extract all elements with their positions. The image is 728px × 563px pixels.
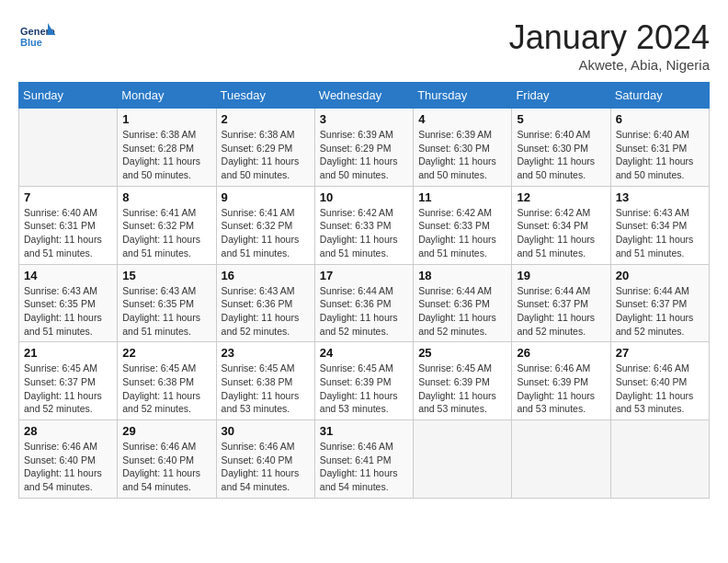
day-number: 6 (616, 112, 704, 126)
day-number: 20 (616, 269, 704, 282)
calendar-cell: 21Sunrise: 6:45 AM Sunset: 6:37 PM Dayli… (19, 342, 118, 420)
calendar-cell: 24Sunrise: 6:45 AM Sunset: 6:39 PM Dayli… (314, 342, 413, 420)
day-info: Sunrise: 6:43 AM Sunset: 6:36 PM Dayligh… (222, 284, 310, 339)
day-info: Sunrise: 6:46 AM Sunset: 6:40 PM Dayligh… (122, 440, 210, 494)
day-info: Sunrise: 6:39 AM Sunset: 6:30 PM Dayligh… (418, 128, 506, 182)
day-info: Sunrise: 6:42 AM Sunset: 6:33 PM Dayligh… (320, 206, 408, 260)
calendar-cell: 8Sunrise: 6:41 AM Sunset: 6:32 PM Daylig… (118, 186, 216, 264)
logo: General Blue (18, 18, 59, 55)
calendar-cell: 3Sunrise: 6:39 AM Sunset: 6:29 PM Daylig… (314, 109, 413, 187)
day-number: 2 (222, 112, 310, 126)
calendar-cell: 1Sunrise: 6:38 AM Sunset: 6:28 PM Daylig… (118, 109, 216, 187)
calendar-cell: 27Sunrise: 6:46 AM Sunset: 6:40 PM Dayli… (610, 342, 709, 420)
calendar-cell: 19Sunrise: 6:44 AM Sunset: 6:37 PM Dayli… (512, 264, 610, 342)
calendar-cell: 5Sunrise: 6:40 AM Sunset: 6:30 PM Daylig… (512, 109, 610, 187)
day-info: Sunrise: 6:46 AM Sunset: 6:40 PM Dayligh… (616, 362, 704, 416)
col-header-monday: Monday (118, 83, 216, 109)
calendar-cell: 29Sunrise: 6:46 AM Sunset: 6:40 PM Dayli… (118, 420, 216, 499)
day-number: 26 (517, 346, 605, 360)
day-info: Sunrise: 6:45 AM Sunset: 6:37 PM Dayligh… (24, 362, 112, 416)
col-header-saturday: Saturday (610, 83, 709, 109)
day-number: 31 (320, 424, 408, 438)
day-number: 23 (222, 346, 310, 360)
day-info: Sunrise: 6:45 AM Sunset: 6:39 PM Dayligh… (320, 362, 408, 416)
calendar-cell: 9Sunrise: 6:41 AM Sunset: 6:32 PM Daylig… (216, 186, 314, 264)
day-info: Sunrise: 6:38 AM Sunset: 6:29 PM Dayligh… (222, 128, 310, 182)
day-number: 29 (122, 424, 210, 438)
calendar-cell: 30Sunrise: 6:46 AM Sunset: 6:40 PM Dayli… (216, 420, 314, 499)
day-number: 3 (320, 112, 408, 126)
calendar-cell: 20Sunrise: 6:44 AM Sunset: 6:37 PM Dayli… (610, 264, 709, 342)
day-number: 12 (517, 190, 605, 204)
calendar-cell: 15Sunrise: 6:43 AM Sunset: 6:35 PM Dayli… (118, 264, 216, 342)
day-info: Sunrise: 6:44 AM Sunset: 6:36 PM Dayligh… (320, 284, 408, 339)
day-info: Sunrise: 6:43 AM Sunset: 6:35 PM Dayligh… (122, 284, 210, 339)
week-row: 28Sunrise: 6:46 AM Sunset: 6:40 PM Dayli… (19, 420, 710, 499)
month-title: January 2024 (509, 18, 710, 57)
day-number: 17 (320, 269, 408, 282)
calendar-cell: 2Sunrise: 6:38 AM Sunset: 6:29 PM Daylig… (216, 109, 314, 187)
day-number: 24 (320, 346, 408, 360)
calendar-cell: 6Sunrise: 6:40 AM Sunset: 6:31 PM Daylig… (610, 109, 709, 187)
col-header-friday: Friday (512, 83, 610, 109)
day-number: 16 (222, 269, 310, 282)
day-number: 28 (24, 424, 112, 438)
day-info: Sunrise: 6:43 AM Sunset: 6:35 PM Dayligh… (24, 284, 112, 339)
day-info: Sunrise: 6:40 AM Sunset: 6:30 PM Dayligh… (517, 128, 605, 182)
calendar-cell (512, 420, 610, 499)
day-info: Sunrise: 6:42 AM Sunset: 6:34 PM Dayligh… (517, 206, 605, 260)
day-number: 25 (418, 346, 506, 360)
week-row: 7Sunrise: 6:40 AM Sunset: 6:31 PM Daylig… (19, 186, 710, 264)
day-info: Sunrise: 6:44 AM Sunset: 6:37 PM Dayligh… (517, 284, 605, 339)
calendar-cell: 17Sunrise: 6:44 AM Sunset: 6:36 PM Dayli… (314, 264, 413, 342)
calendar-cell: 26Sunrise: 6:46 AM Sunset: 6:39 PM Dayli… (512, 342, 610, 420)
subtitle: Akwete, Abia, Nigeria (509, 57, 710, 73)
calendar-cell (19, 109, 118, 187)
calendar-table: SundayMondayTuesdayWednesdayThursdayFrid… (18, 82, 710, 499)
day-number: 10 (320, 190, 408, 204)
day-info: Sunrise: 6:40 AM Sunset: 6:31 PM Dayligh… (24, 206, 112, 260)
header-row: SundayMondayTuesdayWednesdayThursdayFrid… (19, 83, 710, 109)
calendar-cell (414, 420, 512, 499)
calendar-cell: 14Sunrise: 6:43 AM Sunset: 6:35 PM Dayli… (19, 264, 118, 342)
calendar-cell: 22Sunrise: 6:45 AM Sunset: 6:38 PM Dayli… (118, 342, 216, 420)
title-block: January 2024 Akwete, Abia, Nigeria (509, 18, 710, 73)
col-header-wednesday: Wednesday (314, 83, 413, 109)
day-number: 30 (222, 424, 310, 438)
day-number: 18 (418, 269, 506, 282)
page-header: General Blue January 2024 Akwete, Abia, … (18, 18, 710, 73)
day-info: Sunrise: 6:45 AM Sunset: 6:39 PM Dayligh… (418, 362, 506, 416)
calendar-cell: 23Sunrise: 6:45 AM Sunset: 6:38 PM Dayli… (216, 342, 314, 420)
calendar-cell: 12Sunrise: 6:42 AM Sunset: 6:34 PM Dayli… (512, 186, 610, 264)
day-info: Sunrise: 6:43 AM Sunset: 6:34 PM Dayligh… (616, 206, 704, 260)
day-info: Sunrise: 6:41 AM Sunset: 6:32 PM Dayligh… (122, 206, 210, 260)
day-info: Sunrise: 6:42 AM Sunset: 6:33 PM Dayligh… (418, 206, 506, 260)
day-number: 22 (122, 346, 210, 360)
day-info: Sunrise: 6:46 AM Sunset: 6:40 PM Dayligh… (222, 440, 310, 494)
calendar-cell: 7Sunrise: 6:40 AM Sunset: 6:31 PM Daylig… (19, 186, 118, 264)
day-info: Sunrise: 6:40 AM Sunset: 6:31 PM Dayligh… (616, 128, 704, 182)
day-info: Sunrise: 6:45 AM Sunset: 6:38 PM Dayligh… (222, 362, 310, 416)
day-info: Sunrise: 6:38 AM Sunset: 6:28 PM Dayligh… (122, 128, 210, 182)
week-row: 21Sunrise: 6:45 AM Sunset: 6:37 PM Dayli… (19, 342, 710, 420)
calendar-cell: 10Sunrise: 6:42 AM Sunset: 6:33 PM Dayli… (314, 186, 413, 264)
day-number: 1 (122, 112, 210, 126)
col-header-thursday: Thursday (414, 83, 512, 109)
week-row: 1Sunrise: 6:38 AM Sunset: 6:28 PM Daylig… (19, 109, 710, 187)
day-number: 5 (517, 112, 605, 126)
day-info: Sunrise: 6:46 AM Sunset: 6:41 PM Dayligh… (320, 440, 408, 494)
svg-text:Blue: Blue (20, 37, 42, 48)
calendar-cell: 4Sunrise: 6:39 AM Sunset: 6:30 PM Daylig… (414, 109, 512, 187)
calendar-cell: 25Sunrise: 6:45 AM Sunset: 6:39 PM Dayli… (414, 342, 512, 420)
day-number: 4 (418, 112, 506, 126)
day-info: Sunrise: 6:44 AM Sunset: 6:37 PM Dayligh… (616, 284, 704, 339)
calendar-cell (610, 420, 709, 499)
calendar-cell: 11Sunrise: 6:42 AM Sunset: 6:33 PM Dayli… (414, 186, 512, 264)
day-info: Sunrise: 6:46 AM Sunset: 6:40 PM Dayligh… (24, 440, 112, 494)
day-number: 19 (517, 269, 605, 282)
day-number: 15 (122, 269, 210, 282)
day-number: 13 (616, 190, 704, 204)
calendar-cell: 28Sunrise: 6:46 AM Sunset: 6:40 PM Dayli… (19, 420, 118, 499)
logo-icon: General Blue (18, 18, 55, 55)
day-number: 8 (122, 190, 210, 204)
